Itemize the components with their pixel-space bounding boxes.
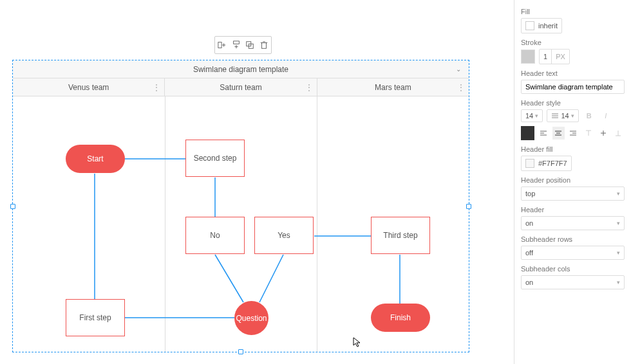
header-fill-label: Header fill: [521, 145, 625, 153]
valign-bottom-button[interactable]: [612, 127, 625, 140]
column-header-saturn[interactable]: Saturn team ⋮: [165, 78, 317, 96]
node-label: Second step: [194, 154, 237, 163]
stroke-width-control[interactable]: 1 PX: [539, 49, 570, 64]
node-label: Yes: [278, 231, 290, 240]
bold-button[interactable]: B: [583, 109, 596, 122]
column-label: Mars team: [375, 83, 411, 92]
text-color-swatch[interactable]: [521, 126, 534, 140]
node-label: Question: [236, 314, 267, 323]
chevron-down-icon[interactable]: ⌄: [456, 66, 461, 73]
resize-handle-right[interactable]: [466, 204, 471, 209]
swimlane-title: Swimlane diagram template: [193, 65, 288, 74]
header-fill-control[interactable]: #F7F7F7: [521, 156, 572, 171]
header-fill-swatch[interactable]: [525, 159, 534, 168]
stroke-label: Stroke: [521, 39, 625, 46]
align-center-button[interactable]: [552, 127, 565, 140]
fill-control[interactable]: inherit: [521, 18, 562, 33]
canvas[interactable]: Swimlane diagram template ⌄ Venus team ⋮…: [0, 0, 514, 364]
column-label: Venus team: [68, 83, 109, 92]
subheader-rows-label: Subheader rows: [521, 235, 625, 243]
header-toggle-value: on: [525, 219, 533, 227]
node-label: Finish: [390, 313, 411, 322]
subheader-cols-value: on: [525, 278, 533, 286]
header-style-label: Header style: [521, 99, 625, 107]
align-left-button[interactable]: [537, 127, 549, 140]
resize-handle-bottom[interactable]: [238, 349, 243, 354]
header-toggle-label: Header: [521, 206, 625, 214]
add-right-icon[interactable]: [216, 39, 228, 51]
node-first-step[interactable]: First step: [66, 299, 125, 336]
fill-color-swatch[interactable]: [525, 21, 534, 30]
swimlane-title-bar[interactable]: Swimlane diagram template ⌄: [13, 60, 469, 78]
header-text-input[interactable]: [521, 80, 625, 94]
svg-rect-0: [218, 42, 221, 48]
subheader-cols-label: Subheader cols: [521, 265, 625, 273]
subheader-rows-value: off: [525, 249, 533, 257]
subheader-rows-select[interactable]: off ▾: [521, 246, 625, 260]
header-position-value: top: [525, 190, 535, 197]
column-menu-icon[interactable]: ⋮: [457, 83, 465, 92]
header-position-label: Header position: [521, 176, 625, 184]
svg-rect-3: [233, 41, 239, 44]
stroke-width-value[interactable]: 1: [540, 50, 552, 64]
add-below-icon[interactable]: [231, 39, 242, 51]
column-menu-icon[interactable]: ⋮: [153, 83, 160, 92]
resize-handle-left[interactable]: [10, 204, 15, 209]
column-label: Saturn team: [220, 83, 261, 92]
node-label: No: [210, 231, 220, 240]
delete-icon[interactable]: [258, 39, 270, 51]
copy-icon[interactable]: [244, 39, 256, 51]
align-right-button[interactable]: [567, 127, 579, 140]
line-height-value: 14: [561, 112, 569, 120]
font-size-select[interactable]: 14 ▾: [521, 109, 543, 122]
fill-label: Fill: [521, 8, 625, 15]
node-yes[interactable]: Yes: [254, 217, 314, 254]
subheader-cols-select[interactable]: on ▾: [521, 275, 625, 289]
font-size-value: 14: [525, 112, 533, 120]
column-menu-icon[interactable]: ⋮: [305, 83, 313, 92]
header-toggle-select[interactable]: on ▾: [521, 216, 625, 230]
svg-rect-8: [262, 43, 267, 49]
chevron-down-icon: ▾: [617, 190, 620, 197]
swimlane-container[interactable]: Swimlane diagram template ⌄ Venus team ⋮…: [12, 60, 469, 352]
node-label: Start: [87, 154, 103, 163]
header-fill-value: #F7F7F7: [538, 159, 567, 167]
line-height-select[interactable]: 14 ▾: [547, 109, 578, 122]
fill-value: inherit: [538, 22, 558, 30]
chevron-down-icon: ▾: [617, 250, 620, 256]
header-text-label: Header text: [521, 69, 625, 77]
column-header-venus[interactable]: Venus team ⋮: [13, 78, 165, 96]
italic-button[interactable]: I: [599, 109, 612, 122]
chevron-down-icon: ▾: [617, 220, 620, 226]
valign-middle-button[interactable]: [597, 127, 609, 140]
node-no[interactable]: No: [185, 217, 245, 254]
node-second-step[interactable]: Second step: [185, 140, 245, 177]
node-start[interactable]: Start: [66, 145, 125, 173]
node-toolbar: [214, 36, 272, 54]
node-label: Third step: [383, 231, 417, 240]
chevron-down-icon: ▾: [617, 279, 620, 286]
node-label: First step: [79, 313, 111, 322]
column-headers: Venus team ⋮ Saturn team ⋮ Mars team ⋮: [13, 78, 469, 96]
header-position-select[interactable]: top ▾: [521, 187, 625, 201]
stroke-unit: PX: [552, 50, 569, 64]
stroke-color-swatch[interactable]: [521, 50, 535, 64]
properties-panel: Fill inherit Stroke 1 PX Header text Hea…: [514, 0, 631, 364]
node-question[interactable]: Question: [234, 301, 268, 335]
node-finish[interactable]: Finish: [371, 304, 430, 332]
column-header-mars[interactable]: Mars team ⋮: [317, 78, 469, 96]
valign-top-button[interactable]: [582, 127, 594, 140]
line-height-icon: [551, 112, 559, 120]
node-third-step[interactable]: Third step: [371, 217, 430, 254]
